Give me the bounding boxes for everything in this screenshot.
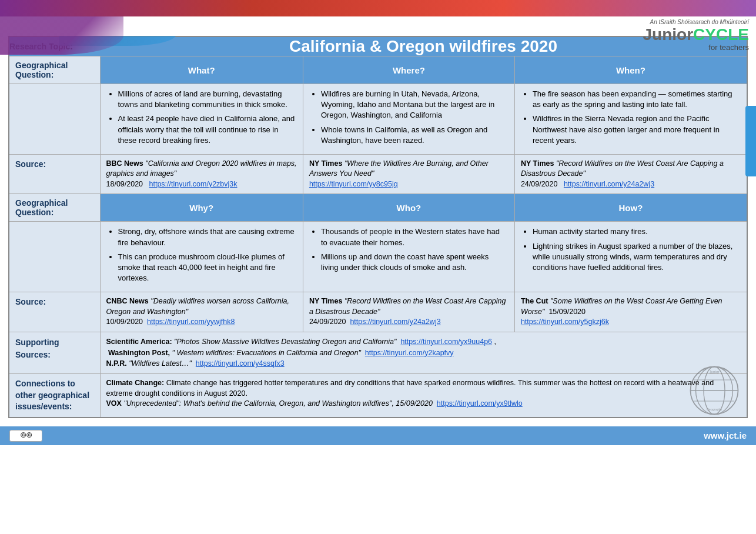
connections-content: Climate Change: Climate change has trigg… [100, 374, 747, 418]
why-who-how-header-row: GeographicalQuestion: Why? Who? How? [9, 194, 747, 222]
logo-cycle: CYCLE [693, 25, 749, 44]
connections-row: Connections to other geographical issues… [9, 374, 747, 418]
sci-america-url[interactable]: https://tinyurl.com/yx9uu4p6 [400, 338, 492, 346]
source2-col2-date: 24/09/2020 [309, 318, 346, 326]
why-list: Strong, dry, offshore winds that are cau… [108, 226, 296, 283]
source1-col3-url[interactable]: https://tinyurl.com/y24a2wj3 [564, 180, 654, 188]
what-where-when-content-row: Millions of acres of land are burning, d… [9, 84, 747, 155]
source1-col3-outlet: NY Times [521, 159, 554, 168]
what-label-cell [9, 84, 100, 155]
source1-col3-date: 24/09/2020 [521, 180, 558, 188]
who-item-1: Thousands of people in the Western state… [321, 226, 507, 248]
how-item-1: Human activity started many fires. [533, 226, 740, 237]
what-item-1: Millions of acres of land are burning, d… [118, 89, 296, 110]
logo-for-teachers: for teachers [643, 43, 749, 52]
source1-col3: NY Times "Record Wildfires on the West C… [514, 154, 747, 194]
where-item-2: Whole towns in California, as well as Or… [321, 125, 507, 146]
geo-question-text: GeographicalQuestion: [15, 61, 68, 79]
sci-america-outlet: Scientific America: [106, 338, 172, 346]
main-content: Research Topic: California & Oregon wild… [0, 36, 756, 424]
main-title: California & Oregon wildfires 2020 [289, 37, 557, 55]
source-label-text-1: Source: [15, 159, 46, 169]
what-header: What? [100, 56, 303, 84]
connections-label-cell: Connections to other geographical issues… [9, 374, 100, 418]
top-bar [0, 0, 756, 16]
why-who-how-content-row: Strong, dry, offshore winds that are cau… [9, 222, 747, 292]
logo-top-text: An tSraith Shóisearach do Mhúinteoirí [643, 19, 749, 25]
when-item-2: Wildfires in the Sierra Nevada region an… [533, 114, 740, 146]
why-header: Why? [100, 194, 303, 222]
source-row-2: Source: CNBC News "Deadly wildfires wors… [9, 292, 747, 332]
cc-symbol: ⓒ [21, 432, 26, 439]
connections-label: Connections to other geographical issues… [15, 379, 89, 411]
sci-america-title: "Photos Show Massive Wildfires Devastati… [174, 338, 396, 346]
logo-junior: Junior [643, 25, 694, 44]
source2-col3-date: 15/09/2020 [548, 308, 586, 316]
connections-text: Climate change has triggered hotter temp… [106, 379, 714, 398]
npr-title: "Wildfires Latest…" [129, 359, 192, 368]
vox-url[interactable]: https://tinyurl.com/yx9tlwlo [437, 399, 523, 408]
footer-url: www.jct.ie [704, 430, 747, 440]
why-label-cell [9, 222, 100, 292]
wash-post-url[interactable]: https://tinyurl.com/y2kapfvy [365, 349, 454, 357]
source1-col1-url[interactable]: https://tinyurl.com/y2zbvj3k [149, 180, 237, 188]
wwwhen-header-row: GeographicalQuestion: What? Where? When? [9, 56, 747, 84]
where-item-1: Wildfires are burning in Utah, Nevada, A… [321, 89, 507, 121]
connections-climate-label: Climate Change: [106, 379, 165, 387]
what-content-cell: Millions of acres of land are burning, d… [100, 84, 303, 155]
who-list: Thousands of people in the Western state… [310, 226, 507, 273]
who-item-2: Millions up and down the coast have spen… [321, 252, 507, 273]
source-label-1: Source: [9, 154, 100, 194]
source1-col1-date: 18/09/2020 [106, 180, 143, 188]
supporting-sources-row: SupportingSources: Scientific America: "… [9, 332, 747, 373]
source2-col3: The Cut "Some Wildfires on the West Coas… [514, 292, 747, 332]
how-header: How? [514, 194, 747, 222]
source2-col1-outlet: CNBC News [106, 297, 149, 305]
svg-text:Junior: Junior [709, 370, 719, 374]
source1-col2: NY Times "Where the Wildfires Are Burnin… [303, 154, 514, 194]
why-content-cell: Strong, dry, offshore winds that are cau… [100, 222, 303, 292]
source-label-2: Source: [9, 292, 100, 332]
when-list: The fire season has been expanding — som… [522, 89, 740, 146]
supporting-sources-content: Scientific America: "Photos Show Massive… [100, 332, 747, 373]
source1-col1: BBC News "California and Oregon 2020 wil… [100, 154, 303, 194]
header-logo: An tSraith Shóisearach do Mhúinteoirí Ju… [643, 19, 749, 52]
supporting-sources-label: SupportingSources: [15, 338, 59, 359]
svg-text:Geography: Geography [707, 408, 722, 411]
cc-icon: ⓒ ⓒ [9, 430, 42, 442]
who-content-cell: Thousands of people in the Western state… [303, 222, 514, 292]
how-content-cell: Human activity started many fires. Light… [514, 222, 747, 292]
source2-col2: NY Times "Record Wildfires on the West C… [303, 292, 514, 332]
what-item-2: At least 24 people have died in Californ… [118, 114, 296, 146]
purple-decorative-shape [0, 16, 123, 55]
source2-col1: CNBC News "Deadly wildfires worsen acros… [100, 292, 303, 332]
source2-col2-outlet: NY Times [309, 297, 343, 305]
how-item-2: Lightning strikes in August sparked a nu… [533, 241, 740, 273]
geo-question-text-2: GeographicalQuestion: [15, 198, 68, 217]
vox-title: "Unprecedented": What's behind the Calif… [123, 399, 433, 408]
geo-question-header-label-2: GeographicalQuestion: [9, 194, 100, 222]
source2-col3-outlet: The Cut [521, 297, 548, 305]
by-symbol: ⓒ [26, 432, 32, 439]
source1-col2-url[interactable]: https://tinyurl.com/yy8c95jq [309, 180, 398, 188]
where-content-cell: Wildfires are burning in Utah, Nevada, A… [303, 84, 514, 155]
globe-icon: Junior Geography [688, 364, 741, 417]
source1-col1-outlet: BBC News [106, 159, 143, 168]
source2-col3-url[interactable]: https://tinyurl.com/y5gkzj6k [521, 318, 609, 326]
what-list: Millions of acres of land are burning, d… [108, 89, 296, 146]
when-item-1: The fire season has been expanding — som… [533, 89, 740, 110]
research-table: Research Topic: California & Oregon wild… [8, 36, 748, 418]
source1-col2-outlet: NY Times [309, 159, 343, 168]
source-row-1: Source: BBC News "California and Oregon … [9, 154, 747, 194]
source2-col1-date: 10/09/2020 [106, 318, 143, 326]
why-item-1: Strong, dry, offshore winds that are cau… [118, 226, 296, 248]
npr-url[interactable]: https://tinyurl.com/y4ssqfx3 [196, 359, 285, 368]
when-header: When? [514, 56, 747, 84]
logo-text: JuniorCYCLE [643, 26, 749, 43]
where-list: Wildfires are burning in Utah, Nevada, A… [310, 89, 507, 146]
footer: ⓒ ⓒ www.jct.ie [0, 426, 756, 445]
source2-col1-url[interactable]: https://tinyurl.com/yywjfhk8 [147, 318, 235, 326]
source2-col2-url[interactable]: https://tinyurl.com/y24a2wj3 [350, 318, 440, 326]
supporting-sources-label-cell: SupportingSources: [9, 332, 100, 373]
vox-outlet: VOX [106, 399, 122, 408]
